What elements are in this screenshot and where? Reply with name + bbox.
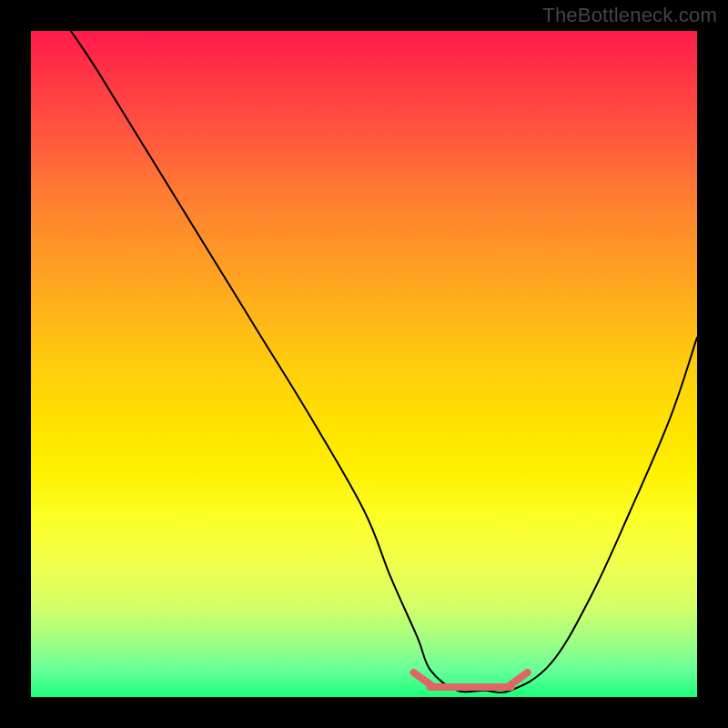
curve-svg	[31, 31, 697, 697]
bottleneck-curve	[71, 31, 697, 693]
chart-frame: TheBottleneck.com	[0, 0, 728, 728]
watermark-text: TheBottleneck.com	[542, 4, 717, 27]
plot-area	[31, 31, 697, 697]
